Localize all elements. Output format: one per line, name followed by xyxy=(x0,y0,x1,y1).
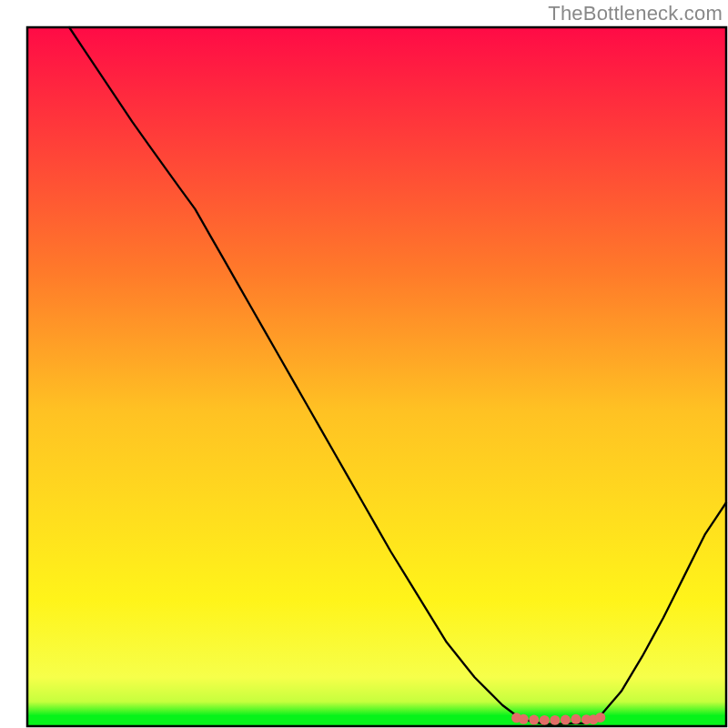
optimal-marker xyxy=(540,715,550,725)
bottleneck-chart xyxy=(0,0,728,728)
optimal-marker xyxy=(550,715,560,725)
bottom-green-band xyxy=(27,715,726,726)
optimal-marker xyxy=(595,713,605,723)
optimal-marker xyxy=(561,715,571,725)
chart-container: TheBottleneck.com xyxy=(0,0,728,728)
plot-background xyxy=(27,27,726,726)
optimal-marker xyxy=(519,714,529,724)
optimal-marker xyxy=(571,714,581,724)
optimal-marker xyxy=(529,715,539,725)
